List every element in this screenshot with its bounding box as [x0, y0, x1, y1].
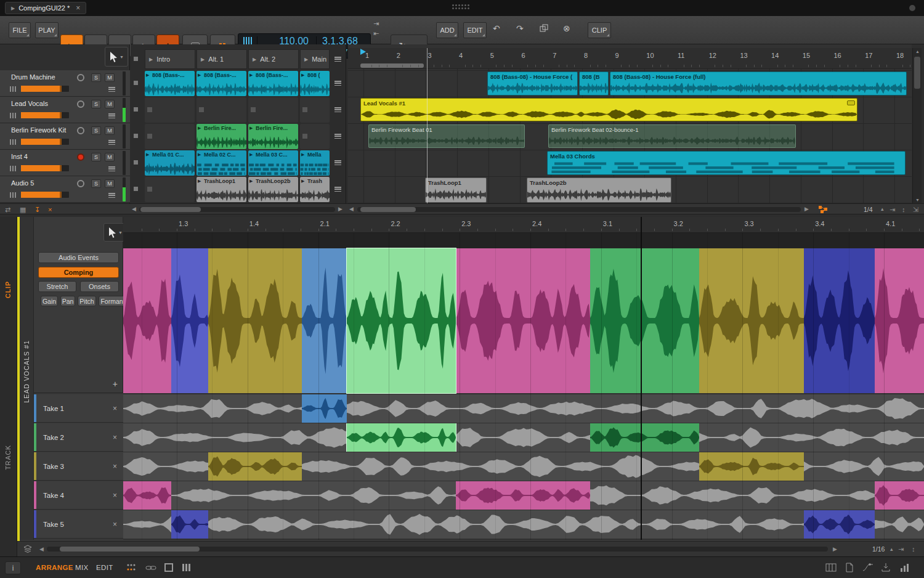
comp-segment[interactable] [590, 248, 699, 393]
launcher-clip[interactable]: ▶808 (Bass-... [197, 71, 246, 96]
tab-close-icon[interactable]: × [76, 4, 80, 12]
solo-button[interactable]: S [91, 179, 101, 188]
arranger-zoom-level[interactable]: 1/4 [864, 206, 873, 213]
take-lane-4[interactable] [123, 481, 924, 510]
mute-button[interactable]: M [105, 100, 115, 108]
arranger-vscrollbar[interactable]: ▲ ▼ [912, 48, 922, 203]
arm-button-armed[interactable] [77, 153, 84, 161]
take-highlight[interactable] [302, 394, 347, 423]
arm-button[interactable] [77, 127, 84, 134]
clip-play-icon[interactable]: ▶ [249, 73, 253, 78]
track-menu-icon[interactable] [108, 113, 115, 118]
take-highlight[interactable] [699, 452, 804, 481]
volume-fader[interactable] [21, 139, 69, 145]
scene-play-icon[interactable]: ▶ [253, 57, 256, 62]
volume-fader[interactable] [21, 165, 69, 171]
clip-play-icon[interactable]: ▶ [198, 152, 201, 157]
track-drum-machine[interactable]: Drum Machine S M [0, 70, 130, 97]
zoom-to-fit-icon[interactable]: ⇥ [890, 206, 895, 214]
track-menu-icon[interactable] [108, 87, 115, 92]
editor-scroll-left-icon[interactable]: ◀ [39, 546, 44, 552]
take-label-row[interactable]: Take 4 × [34, 481, 123, 510]
clip-play-icon[interactable]: ▶ [301, 73, 304, 78]
track-audio-5[interactable]: Audio 5 S M [0, 176, 130, 203]
comp-network-icon[interactable] [818, 205, 828, 215]
empty-clip-slot[interactable] [145, 97, 195, 123]
arranger-clip-808-full[interactable]: 808 (Bass-08) - House Force (full) [610, 71, 907, 96]
onsets-button[interactable]: Onsets [80, 281, 119, 292]
arranger-clip-mella[interactable]: Mella 03 Chords [547, 151, 906, 175]
file-icon[interactable] [845, 563, 854, 572]
arm-button[interactable] [77, 180, 84, 187]
launcher-menu-icon[interactable] [334, 57, 341, 62]
punch-out-icon[interactable]: ⇤ [373, 30, 379, 38]
launcher-clip[interactable]: ▶808 (Bass-... [145, 71, 195, 96]
redo-icon[interactable]: ↷ [516, 23, 524, 33]
arranger-clip-berlin-1[interactable]: Berlin Firework Beat 01 [368, 124, 525, 148]
zoom-caret-icon[interactable]: ▴ [890, 546, 893, 552]
arranger-clip-trashloop2b[interactable]: TrashLoop2b [527, 177, 671, 203]
take-label-row[interactable]: Take 5 × [34, 510, 123, 539]
volume-fader[interactable] [21, 86, 69, 92]
track-menu-icon[interactable] [108, 140, 115, 145]
clip-play-icon[interactable]: ▶ [198, 73, 201, 78]
solo-button[interactable]: S [91, 73, 101, 82]
file-button[interactable]: FILE [9, 22, 31, 38]
gain-button[interactable]: Gain [41, 296, 58, 306]
delete-take-icon[interactable]: × [113, 520, 117, 529]
take-highlight[interactable] [875, 481, 924, 510]
mute-button[interactable]: M [105, 73, 115, 82]
comp-segment[interactable] [456, 248, 590, 393]
pull-down-icon[interactable]: ↧ [34, 206, 40, 214]
scene-header-alt2[interactable]: ▶Alt. 2 [248, 49, 299, 69]
tab-edit[interactable]: EDIT [96, 564, 113, 571]
scene-header-alt1[interactable]: ▶Alt. 1 [197, 49, 247, 69]
tab-track[interactable]: TRACK [4, 445, 12, 470]
clip-play-icon[interactable]: ▶ [249, 126, 253, 131]
meter-bars-icon[interactable] [899, 563, 909, 572]
launcher-clip[interactable]: ▶Trash [300, 177, 330, 202]
track-stop-button[interactable] [134, 160, 138, 165]
arranger-clip-808-a[interactable]: 808 (Bass-08) - House Force ( [487, 71, 578, 96]
launcher-clip-playing[interactable]: ▶Berlin Fire... [197, 124, 246, 149]
arm-button[interactable] [77, 74, 84, 81]
automation-curve-icon[interactable] [862, 563, 873, 572]
volume-fader[interactable] [21, 192, 69, 198]
clip-play-icon[interactable]: ▶ [146, 73, 149, 78]
take-label-row[interactable]: Take 2 × [34, 423, 123, 452]
play-menu-button[interactable]: PLAY [35, 22, 59, 38]
empty-clip-slot[interactable] [300, 124, 330, 149]
grid-snap-icon[interactable]: ▦ [20, 206, 26, 214]
undo-icon[interactable]: ↶ [493, 23, 500, 33]
editor-hscroll-thumb[interactable] [60, 547, 200, 552]
mute-button[interactable]: M [105, 179, 115, 188]
take-highlight[interactable] [804, 510, 875, 539]
square-panel-icon[interactable] [164, 563, 174, 572]
piano-icon[interactable] [825, 563, 837, 572]
empty-clip-slot[interactable] [197, 97, 246, 123]
launcher-scroll-left-icon[interactable]: ◀ [132, 206, 136, 212]
track-menu-icon[interactable] [108, 193, 115, 198]
track-lead-vocals[interactable]: Lead Vocals S M [0, 97, 130, 123]
row-menu-icon[interactable] [334, 107, 341, 112]
comping-button[interactable]: Comping [38, 267, 119, 278]
track-stop-button[interactable] [134, 81, 138, 85]
expand-icon[interactable]: ⇲ [913, 206, 918, 214]
scene-play-icon[interactable]: ▶ [304, 57, 308, 62]
take-highlight[interactable] [590, 423, 699, 452]
launcher-clip[interactable]: ▶TrashLoop2b [248, 177, 298, 202]
delete-take-icon[interactable]: × [113, 491, 117, 500]
comp-segment[interactable] [208, 248, 302, 393]
scene-header-intro[interactable]: ▶Intro [145, 49, 195, 69]
delete-take-icon[interactable]: × [113, 433, 117, 442]
link-icon[interactable] [145, 563, 156, 572]
clip-play-icon[interactable]: ▶ [249, 179, 253, 184]
clip-play-icon[interactable]: ▶ [301, 179, 304, 184]
vertical-zoom-icon[interactable]: ↕ [902, 206, 906, 213]
launcher-clip[interactable]: ▶TrashLoop1 [197, 177, 246, 202]
clip-play-icon[interactable]: ▶ [198, 179, 201, 184]
comp-segment[interactable] [699, 248, 804, 393]
arranger-clip-lead-vocals[interactable]: Lead Vocals #1 [360, 98, 857, 121]
empty-clip-slot[interactable] [145, 177, 195, 202]
scene-play-icon[interactable]: ▶ [149, 57, 153, 62]
